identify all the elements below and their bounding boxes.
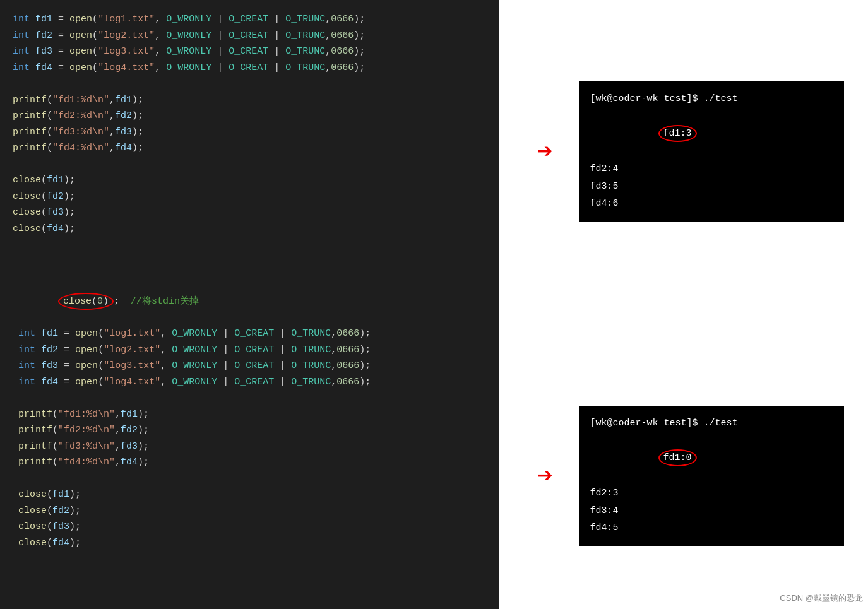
watermark: CSDN @戴墨镜的恐龙 (780, 593, 863, 604)
terminal-prompt: [wk@coder-wk test]$ ./test (590, 90, 833, 108)
code-line: int fd1 = open("log1.txt", O_WRONLY | O_… (13, 326, 486, 342)
code-line: int fd1 = open("log1.txt", O_WRONLY | O_… (13, 11, 486, 28)
code-line: int fd2 = open("log2.txt", O_WRONLY | O_… (13, 28, 486, 44)
code-line: printf("fd4:%d\n",fd4); (13, 454, 486, 471)
code-line: printf("fd3:%d\n",fd3); (13, 124, 486, 141)
bottom-code-panel: close(0); //将stdin关掉 int fd1 = open("log… (0, 265, 499, 609)
circle-fd1-bottom: fd1:0 (658, 449, 697, 466)
bottom-right-area: ➔ [wk@coder-wk test]$ ./test fd1:0 fd2:3… (499, 265, 868, 609)
top-code-panel: int fd1 = open("log1.txt", O_WRONLY | O_… (0, 0, 499, 265)
code-line: close(fd4); (13, 535, 486, 552)
terminal-prompt-bottom: [wk@coder-wk test]$ ./test (590, 415, 833, 432)
code-line: printf("fd2:%d\n",fd2); (13, 108, 486, 124)
code-line: printf("fd3:%d\n",fd3); (13, 439, 486, 455)
code-line (13, 471, 486, 487)
bottom-arrow-terminal: ➔ [wk@coder-wk test]$ ./test fd1:0 fd2:3… (523, 406, 844, 546)
code-line: close(fd3); (13, 204, 486, 221)
code-line: close(fd4); (13, 221, 486, 237)
code-line: printf("fd1:%d\n",fd1); (13, 406, 486, 423)
arrow-container-bottom: ➔ (523, 459, 568, 492)
terminal-line-bottom-fd4: fd4:5 (590, 519, 833, 537)
arrow-right-icon: ➔ (537, 135, 553, 168)
code-line: close(fd1); (13, 487, 486, 503)
terminal-line-fd2: fd2:4 (590, 160, 833, 178)
first-line: close(0); //将stdin关掉 (13, 276, 486, 326)
code-line: int fd2 = open("log2.txt", O_WRONLY | O_… (13, 342, 486, 358)
code-line: int fd4 = open("log4.txt", O_WRONLY | O_… (13, 374, 486, 391)
terminal-line-bottom-fd3: fd3:4 (590, 502, 833, 520)
top-terminal-panel: [wk@coder-wk test]$ ./test fd1:3 fd2:4 f… (579, 81, 844, 222)
code-line (13, 157, 486, 173)
circle-fd1-top: fd1:3 (658, 125, 697, 142)
code-line: printf("fd2:%d\n",fd2); (13, 422, 486, 439)
terminal-line-fd4: fd4:6 (590, 195, 833, 213)
circle-close0: close(0) (58, 293, 114, 310)
code-line: printf("fd4:%d\n",fd4); (13, 140, 486, 157)
top-section: int fd1 = open("log1.txt", O_WRONLY | O_… (0, 0, 868, 265)
code-line: close(fd2); (13, 189, 486, 205)
arrow-container-top: ➔ (523, 135, 568, 168)
main-container: int fd1 = open("log1.txt", O_WRONLY | O_… (0, 0, 868, 609)
bottom-terminal-panel: [wk@coder-wk test]$ ./test fd1:0 fd2:3 f… (579, 406, 844, 546)
code-line: int fd3 = open("log3.txt", O_WRONLY | O_… (13, 44, 486, 60)
terminal-line-bottom-fd2: fd2:3 (590, 485, 833, 502)
top-arrow-terminal: ➔ [wk@coder-wk test]$ ./test fd1:3 fd2:4… (523, 81, 844, 222)
top-right-area: ➔ [wk@coder-wk test]$ ./test fd1:3 fd2:4… (499, 0, 868, 265)
code-line: close(fd2); (13, 503, 486, 519)
code-line: printf("fd1:%d\n",fd1); (13, 92, 486, 109)
bottom-section: close(0); //将stdin关掉 int fd1 = open("log… (0, 265, 868, 609)
terminal-line-fd3: fd3:5 (590, 178, 833, 196)
code-line (13, 390, 486, 406)
terminal-line-fd1: fd1:3 (590, 108, 833, 160)
arrow-right-icon-bottom: ➔ (537, 459, 553, 492)
terminal-line-bottom-fd1: fd1:0 (590, 432, 833, 485)
code-line: int fd3 = open("log3.txt", O_WRONLY | O_… (13, 358, 486, 374)
code-line: close(fd1); (13, 172, 486, 189)
code-line (13, 76, 486, 92)
code-line: int fd4 = open("log4.txt", O_WRONLY | O_… (13, 60, 486, 76)
code-line: close(fd3); (13, 519, 486, 535)
